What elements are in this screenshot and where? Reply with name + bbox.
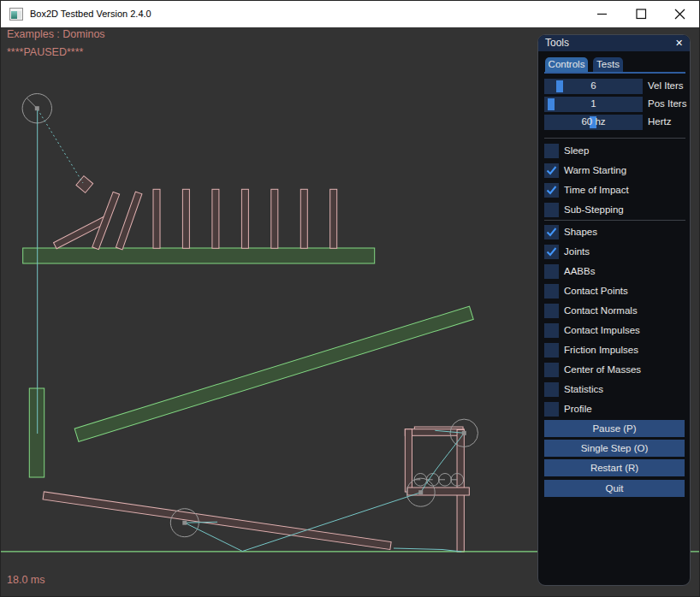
tab-underline xyxy=(544,72,685,74)
shelf-platform xyxy=(23,248,375,263)
slider-value: 60 hz xyxy=(544,115,643,129)
checkbox-label-shapes: Shapes xyxy=(564,225,597,239)
checkbox-sub-stepping[interactable] xyxy=(544,203,559,217)
slider-value: 1 xyxy=(544,97,643,111)
slider-hertz[interactable]: 60 hz xyxy=(544,115,643,129)
tools-panel-title: Tools xyxy=(545,37,569,49)
checkbox-label-contact-normals: Contact Normals xyxy=(564,304,638,318)
checkmark-icon xyxy=(544,183,559,198)
checkbox-label-warm-starting: Warm Starting xyxy=(564,163,626,178)
checkbox-time-of-impact[interactable] xyxy=(544,183,559,198)
checkbox-warm-starting[interactable] xyxy=(544,163,559,178)
domino-6 xyxy=(300,189,307,248)
seesaw-plank xyxy=(43,492,391,550)
paused-label: ****PAUSED**** xyxy=(7,46,83,58)
panel-close-icon[interactable]: ✕ xyxy=(673,37,685,50)
maximize-button[interactable] xyxy=(621,1,661,27)
checkbox-statistics[interactable] xyxy=(544,382,559,397)
checkbox-label-center-of-masses: Center of Masses xyxy=(564,363,641,377)
checkbox-friction-impulses[interactable] xyxy=(544,343,559,358)
pendulum-box xyxy=(76,176,93,193)
slider-vel-iters[interactable]: 6 xyxy=(544,79,643,93)
button-single-step-o-[interactable]: Single Step (O) xyxy=(544,440,685,457)
domino-3 xyxy=(212,189,219,248)
slider-label: Pos Iters xyxy=(648,97,686,111)
tilted-plank xyxy=(74,306,473,441)
checkbox-label-sleep: Sleep xyxy=(564,144,589,158)
button-quit[interactable]: Quit xyxy=(544,480,685,497)
checkbox-label-aabbs: AABBs xyxy=(564,264,595,279)
checkbox-contact-impulses[interactable] xyxy=(544,323,559,338)
fallen-domino-3 xyxy=(116,192,141,250)
seesaw-wheel-center-marker xyxy=(182,521,187,525)
slider-label: Vel Iters xyxy=(648,79,684,93)
close-button[interactable] xyxy=(661,1,700,27)
example-label: Examples : Dominos xyxy=(7,28,105,40)
frame-wheel-top-center-marker xyxy=(462,431,466,435)
separator xyxy=(544,138,685,139)
app-window: Examples : Dominos ****PAUSED**** 18.0 m… xyxy=(0,0,700,597)
frame-wheel-left-center-marker xyxy=(418,490,423,494)
checkbox-label-contact-impulses: Contact Impulses xyxy=(564,323,640,338)
separator xyxy=(544,220,685,221)
checkmark-icon xyxy=(544,245,559,259)
close-icon xyxy=(661,1,700,27)
domino-2 xyxy=(182,189,189,248)
checkmark-icon xyxy=(544,225,559,239)
tools-panel: Tools ✕ ControlsTests6Vel Iters1Pos Iter… xyxy=(537,34,691,586)
joint-line-1 xyxy=(38,109,83,183)
checkbox-label-profile: Profile xyxy=(564,402,592,417)
checkbox-label-sub-stepping: Sub-Stepping xyxy=(564,203,624,217)
minimize-button[interactable] xyxy=(582,1,621,27)
app-icon xyxy=(9,8,23,21)
checkbox-aabbs[interactable] xyxy=(544,264,559,279)
left-pillar xyxy=(29,388,44,477)
domino-1 xyxy=(153,189,160,248)
slider-value: 6 xyxy=(544,79,643,93)
checkbox-joints[interactable] xyxy=(544,245,559,259)
domino-5 xyxy=(271,189,278,248)
checkbox-center-of-masses[interactable] xyxy=(544,363,559,377)
window-titlebar: Box2D Testbed Version 2.4.0 xyxy=(0,0,700,27)
button-pause-p-[interactable]: Pause (P) xyxy=(544,420,685,437)
checkbox-label-time-of-impact: Time of Impact xyxy=(564,183,629,198)
checkbox-label-joints: Joints xyxy=(564,245,590,259)
checkbox-contact-points[interactable] xyxy=(544,284,559,298)
checkbox-label-statistics: Statistics xyxy=(564,382,603,397)
tab-controls[interactable]: Controls xyxy=(545,57,588,72)
domino-7 xyxy=(330,189,337,248)
checkmark-icon xyxy=(544,163,559,178)
tools-panel-titlebar[interactable]: Tools ✕ xyxy=(538,35,690,51)
checkbox-profile[interactable] xyxy=(544,402,559,417)
slider-label: Hertz xyxy=(648,115,671,129)
checkbox-label-friction-impulses: Friction Impulses xyxy=(564,343,638,358)
tab-tests[interactable]: Tests xyxy=(593,57,623,72)
checkbox-contact-normals[interactable] xyxy=(544,304,559,318)
window-title: Box2D Testbed Version 2.4.0 xyxy=(30,1,151,27)
button-restart-r-[interactable]: Restart (R) xyxy=(544,459,685,476)
checkbox-sleep[interactable] xyxy=(544,144,559,158)
slider-pos-iters[interactable]: 1 xyxy=(544,97,643,111)
checkbox-label-contact-points: Contact Points xyxy=(564,284,628,298)
checkbox-shapes[interactable] xyxy=(544,225,559,239)
pulley-wheel-top-left-center-marker xyxy=(35,106,39,110)
maximize-icon xyxy=(637,9,646,19)
frame-time-label: 18.0 ms xyxy=(7,574,44,586)
domino-4 xyxy=(241,189,248,248)
